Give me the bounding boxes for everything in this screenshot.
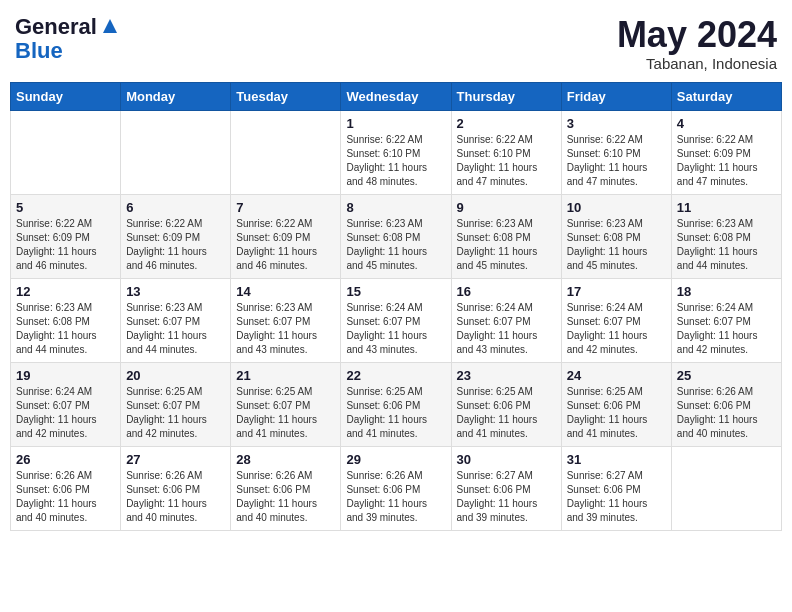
table-row: 1Sunrise: 6:22 AMSunset: 6:10 PMDaylight…	[341, 110, 451, 194]
day-info: Sunrise: 6:25 AMSunset: 6:07 PMDaylight:…	[236, 385, 335, 441]
table-row: 7Sunrise: 6:22 AMSunset: 6:09 PMDaylight…	[231, 194, 341, 278]
calendar-week-4: 19Sunrise: 6:24 AMSunset: 6:07 PMDayligh…	[11, 362, 782, 446]
day-info: Sunrise: 6:22 AMSunset: 6:09 PMDaylight:…	[16, 217, 115, 273]
day-number: 20	[126, 368, 225, 383]
col-saturday: Saturday	[671, 82, 781, 110]
day-info: Sunrise: 6:23 AMSunset: 6:07 PMDaylight:…	[236, 301, 335, 357]
logo-icon	[99, 15, 121, 37]
col-friday: Friday	[561, 82, 671, 110]
day-number: 26	[16, 452, 115, 467]
table-row: 24Sunrise: 6:25 AMSunset: 6:06 PMDayligh…	[561, 362, 671, 446]
table-row: 28Sunrise: 6:26 AMSunset: 6:06 PMDayligh…	[231, 446, 341, 530]
page-header: General Blue May 2024 Tabanan, Indonesia	[10, 10, 782, 72]
calendar-week-3: 12Sunrise: 6:23 AMSunset: 6:08 PMDayligh…	[11, 278, 782, 362]
day-number: 2	[457, 116, 556, 131]
day-info: Sunrise: 6:27 AMSunset: 6:06 PMDaylight:…	[567, 469, 666, 525]
table-row: 20Sunrise: 6:25 AMSunset: 6:07 PMDayligh…	[121, 362, 231, 446]
table-row	[121, 110, 231, 194]
day-number: 13	[126, 284, 225, 299]
header-row: Sunday Monday Tuesday Wednesday Thursday…	[11, 82, 782, 110]
day-number: 23	[457, 368, 556, 383]
table-row: 17Sunrise: 6:24 AMSunset: 6:07 PMDayligh…	[561, 278, 671, 362]
calendar-week-5: 26Sunrise: 6:26 AMSunset: 6:06 PMDayligh…	[11, 446, 782, 530]
day-number: 6	[126, 200, 225, 215]
calendar-header: Sunday Monday Tuesday Wednesday Thursday…	[11, 82, 782, 110]
col-tuesday: Tuesday	[231, 82, 341, 110]
day-info: Sunrise: 6:22 AMSunset: 6:09 PMDaylight:…	[677, 133, 776, 189]
day-info: Sunrise: 6:24 AMSunset: 6:07 PMDaylight:…	[677, 301, 776, 357]
table-row: 2Sunrise: 6:22 AMSunset: 6:10 PMDaylight…	[451, 110, 561, 194]
day-info: Sunrise: 6:24 AMSunset: 6:07 PMDaylight:…	[16, 385, 115, 441]
logo: General Blue	[15, 15, 121, 63]
day-number: 21	[236, 368, 335, 383]
day-number: 9	[457, 200, 556, 215]
day-info: Sunrise: 6:23 AMSunset: 6:07 PMDaylight:…	[126, 301, 225, 357]
day-number: 25	[677, 368, 776, 383]
table-row: 14Sunrise: 6:23 AMSunset: 6:07 PMDayligh…	[231, 278, 341, 362]
day-number: 12	[16, 284, 115, 299]
calendar-table: Sunday Monday Tuesday Wednesday Thursday…	[10, 82, 782, 531]
table-row	[11, 110, 121, 194]
table-row	[231, 110, 341, 194]
day-info: Sunrise: 6:25 AMSunset: 6:07 PMDaylight:…	[126, 385, 225, 441]
table-row: 25Sunrise: 6:26 AMSunset: 6:06 PMDayligh…	[671, 362, 781, 446]
table-row: 3Sunrise: 6:22 AMSunset: 6:10 PMDaylight…	[561, 110, 671, 194]
day-number: 29	[346, 452, 445, 467]
day-info: Sunrise: 6:22 AMSunset: 6:10 PMDaylight:…	[567, 133, 666, 189]
table-row: 10Sunrise: 6:23 AMSunset: 6:08 PMDayligh…	[561, 194, 671, 278]
day-info: Sunrise: 6:22 AMSunset: 6:09 PMDaylight:…	[126, 217, 225, 273]
day-info: Sunrise: 6:26 AMSunset: 6:06 PMDaylight:…	[126, 469, 225, 525]
day-info: Sunrise: 6:23 AMSunset: 6:08 PMDaylight:…	[346, 217, 445, 273]
day-info: Sunrise: 6:25 AMSunset: 6:06 PMDaylight:…	[457, 385, 556, 441]
calendar-week-1: 1Sunrise: 6:22 AMSunset: 6:10 PMDaylight…	[11, 110, 782, 194]
day-number: 14	[236, 284, 335, 299]
table-row: 19Sunrise: 6:24 AMSunset: 6:07 PMDayligh…	[11, 362, 121, 446]
day-number: 19	[16, 368, 115, 383]
day-number: 5	[16, 200, 115, 215]
col-thursday: Thursday	[451, 82, 561, 110]
calendar-body: 1Sunrise: 6:22 AMSunset: 6:10 PMDaylight…	[11, 110, 782, 530]
col-monday: Monday	[121, 82, 231, 110]
logo-text: General	[15, 15, 97, 39]
day-info: Sunrise: 6:22 AMSunset: 6:09 PMDaylight:…	[236, 217, 335, 273]
table-row: 5Sunrise: 6:22 AMSunset: 6:09 PMDaylight…	[11, 194, 121, 278]
day-number: 15	[346, 284, 445, 299]
table-row: 13Sunrise: 6:23 AMSunset: 6:07 PMDayligh…	[121, 278, 231, 362]
day-number: 4	[677, 116, 776, 131]
day-number: 8	[346, 200, 445, 215]
day-info: Sunrise: 6:23 AMSunset: 6:08 PMDaylight:…	[16, 301, 115, 357]
table-row	[671, 446, 781, 530]
day-info: Sunrise: 6:24 AMSunset: 6:07 PMDaylight:…	[346, 301, 445, 357]
col-sunday: Sunday	[11, 82, 121, 110]
table-row: 8Sunrise: 6:23 AMSunset: 6:08 PMDaylight…	[341, 194, 451, 278]
day-number: 17	[567, 284, 666, 299]
table-row: 11Sunrise: 6:23 AMSunset: 6:08 PMDayligh…	[671, 194, 781, 278]
day-info: Sunrise: 6:25 AMSunset: 6:06 PMDaylight:…	[567, 385, 666, 441]
day-info: Sunrise: 6:26 AMSunset: 6:06 PMDaylight:…	[236, 469, 335, 525]
title-block: May 2024 Tabanan, Indonesia	[617, 15, 777, 72]
day-info: Sunrise: 6:27 AMSunset: 6:06 PMDaylight:…	[457, 469, 556, 525]
svg-marker-0	[103, 19, 117, 33]
day-info: Sunrise: 6:24 AMSunset: 6:07 PMDaylight:…	[457, 301, 556, 357]
day-number: 30	[457, 452, 556, 467]
day-info: Sunrise: 6:26 AMSunset: 6:06 PMDaylight:…	[677, 385, 776, 441]
table-row: 23Sunrise: 6:25 AMSunset: 6:06 PMDayligh…	[451, 362, 561, 446]
table-row: 9Sunrise: 6:23 AMSunset: 6:08 PMDaylight…	[451, 194, 561, 278]
day-info: Sunrise: 6:25 AMSunset: 6:06 PMDaylight:…	[346, 385, 445, 441]
day-number: 7	[236, 200, 335, 215]
day-number: 22	[346, 368, 445, 383]
day-number: 3	[567, 116, 666, 131]
day-number: 28	[236, 452, 335, 467]
table-row: 31Sunrise: 6:27 AMSunset: 6:06 PMDayligh…	[561, 446, 671, 530]
table-row: 29Sunrise: 6:26 AMSunset: 6:06 PMDayligh…	[341, 446, 451, 530]
day-info: Sunrise: 6:22 AMSunset: 6:10 PMDaylight:…	[457, 133, 556, 189]
day-info: Sunrise: 6:26 AMSunset: 6:06 PMDaylight:…	[346, 469, 445, 525]
day-number: 11	[677, 200, 776, 215]
table-row: 26Sunrise: 6:26 AMSunset: 6:06 PMDayligh…	[11, 446, 121, 530]
day-number: 10	[567, 200, 666, 215]
calendar-week-2: 5Sunrise: 6:22 AMSunset: 6:09 PMDaylight…	[11, 194, 782, 278]
table-row: 15Sunrise: 6:24 AMSunset: 6:07 PMDayligh…	[341, 278, 451, 362]
table-row: 27Sunrise: 6:26 AMSunset: 6:06 PMDayligh…	[121, 446, 231, 530]
day-info: Sunrise: 6:23 AMSunset: 6:08 PMDaylight:…	[677, 217, 776, 273]
table-row: 12Sunrise: 6:23 AMSunset: 6:08 PMDayligh…	[11, 278, 121, 362]
